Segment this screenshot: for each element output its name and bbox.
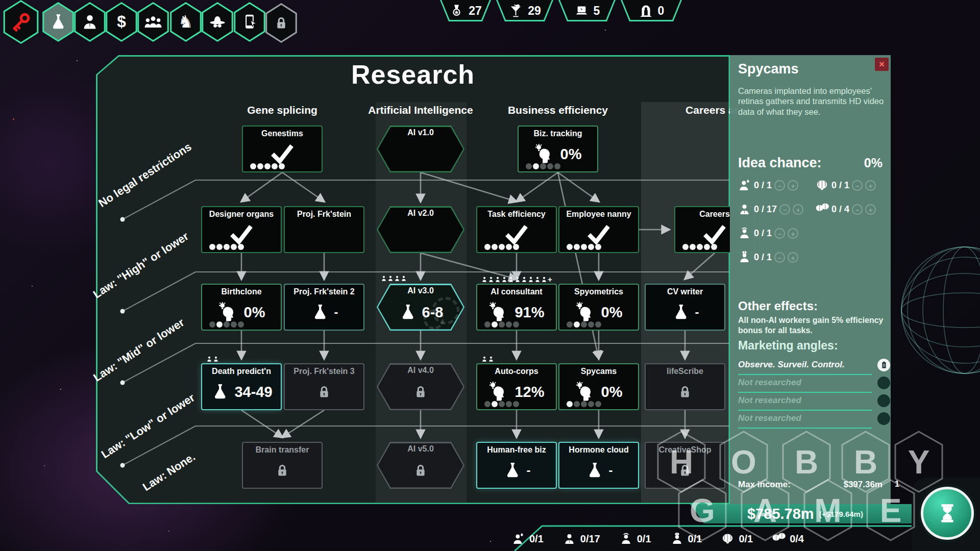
progress-pips [682, 244, 717, 250]
pip [492, 401, 498, 407]
increase-button[interactable]: + [865, 204, 876, 215]
pip [595, 321, 601, 328]
idea-chance: 0% [560, 146, 582, 163]
toolbar-tab-people[interactable] [135, 2, 171, 42]
increase-button[interactable]: + [793, 204, 803, 215]
research-node-ai_v3[interactable]: AI v3.06-8 [377, 284, 464, 331]
meeple-icon [528, 277, 534, 283]
research-node-spyometrics[interactable]: Spyometrics0% [558, 284, 639, 331]
star [490, 541, 491, 542]
locked-angle-icon[interactable] [877, 394, 890, 407]
worker-tie-icon [738, 203, 751, 216]
research-node-ai_v4[interactable]: AI v4.0 [377, 363, 464, 410]
research-node-proj_frk2[interactable]: Proj. Frk'stein 2- [284, 284, 364, 331]
decrease-button[interactable]: − [852, 180, 863, 191]
lock-icon [273, 14, 290, 32]
pip [513, 321, 519, 328]
key-icon [10, 11, 32, 33]
increase-button[interactable]: + [788, 252, 798, 263]
clipboard-icon[interactable] [877, 359, 890, 371]
worker-drop-icon [738, 179, 751, 192]
increase-button[interactable]: + [788, 228, 798, 239]
research-node-brain_transfer[interactable]: Brain transfer [242, 442, 323, 489]
pip [682, 244, 689, 250]
decrease-button[interactable]: − [779, 204, 790, 215]
worker-stat-brain: 0/1 [721, 532, 753, 546]
toolbar-tab-key[interactable] [1, 0, 41, 44]
close-icon[interactable]: × [875, 58, 889, 71]
node-title: AI v5.0 [377, 444, 464, 454]
research-node-biz_tracking[interactable]: Biz. tracking0% [518, 126, 598, 172]
research-node-proj_frk[interactable]: Proj. Frk'stein [284, 206, 364, 253]
flask-icon [503, 461, 522, 480]
decrease-button[interactable]: − [774, 228, 785, 239]
increase-button[interactable]: + [865, 180, 876, 191]
progress-pips [567, 244, 601, 250]
toolbar-tab-dollar[interactable]: $ [104, 2, 139, 42]
pip [224, 321, 230, 328]
node-title: Death predict'n [202, 367, 281, 376]
decrease-button[interactable]: − [774, 252, 785, 263]
locked-angle-icon[interactable] [877, 377, 890, 389]
max-income-row: Max income: $397.36m [738, 480, 883, 490]
research-node-auto_corps[interactable]: Auto-corps12% [476, 363, 557, 410]
research-node-designer_organs[interactable]: Designer organs [201, 206, 282, 253]
requirement-value: 0 / 1 [754, 228, 772, 239]
toolbar-tab-knight[interactable]: ♞ [168, 2, 204, 42]
stat-martini: 29 [496, 0, 553, 21]
research-node-cv_writer[interactable]: CV writer- [645, 284, 725, 331]
research-node-genestims[interactable]: Genestims [242, 126, 323, 172]
locked-angle-icon[interactable] [877, 412, 890, 425]
pip [499, 244, 505, 250]
idea-chance: 0% [601, 384, 623, 400]
toolbar-tab-flask[interactable] [40, 2, 76, 42]
research-node-proj_frk3[interactable]: Proj. Frk'stein 3 [284, 363, 364, 410]
requirement-value: 0 / 17 [754, 204, 777, 215]
meeple-icon [501, 277, 507, 283]
toolbar-tab-businessman[interactable] [72, 2, 108, 42]
toolbar-tab-lock[interactable] [263, 3, 299, 43]
pip [216, 244, 223, 250]
research-node-lifescribe[interactable]: lifeScribe [645, 363, 725, 410]
research-node-birthclone[interactable]: Birthclone0% [201, 284, 282, 331]
research-node-death_predict[interactable]: Death predict'n34-49 [201, 363, 282, 410]
research-node-ai_consultant[interactable]: +AI consultant91% [476, 284, 557, 331]
progress-pips [209, 244, 244, 250]
worker-stat-value: 0/1 [688, 533, 702, 545]
progress-pips [567, 321, 601, 328]
research-node-emp_nanny[interactable]: Employee nanny [558, 206, 639, 253]
pip [547, 163, 553, 169]
toolbar-tab-spy[interactable] [200, 2, 235, 42]
node-title: CV writer [646, 287, 724, 296]
decrease-button[interactable]: − [852, 204, 863, 215]
decrease-button[interactable]: − [774, 180, 785, 191]
research-node-ai_v2[interactable]: AI v2.0 [377, 206, 464, 253]
research-node-human_free[interactable]: Human-free biz- [476, 442, 557, 489]
research-node-hormone_cloud[interactable]: Hormone cloud- [558, 442, 639, 489]
increase-button[interactable]: + [788, 180, 798, 191]
stat-medal: 27 [440, 0, 491, 21]
spy-icon [208, 12, 227, 32]
node-body [646, 456, 724, 485]
node-title: Hormone cloud [559, 445, 638, 455]
research-node-ai_v5[interactable]: AI v5.0 [377, 442, 464, 489]
meeple-icon [387, 276, 394, 282]
martini-icon [508, 4, 523, 18]
progress-pips [526, 163, 560, 169]
star [60, 389, 61, 390]
research-node-spycams[interactable]: Spycams0% [558, 363, 639, 410]
marketing-angle-row: Not researched [738, 375, 872, 393]
hourglass-button[interactable] [921, 487, 974, 540]
node-title: Auto-corps [477, 367, 556, 376]
pip [492, 244, 498, 250]
pip [272, 163, 278, 169]
toolbar-tab-phone-tap[interactable] [232, 2, 267, 42]
pip [492, 321, 498, 328]
pip [581, 244, 587, 250]
pip [567, 401, 573, 407]
research-node-task_eff[interactable]: Task efficiency [476, 206, 557, 253]
research-node-creativeshop[interactable]: CreativeShop [645, 442, 725, 489]
detail-title: Spycams [738, 61, 799, 77]
research-node-ai_v1[interactable]: AI v1.0 [377, 126, 464, 172]
requirement-brain: 0 / 1 − + [815, 179, 876, 192]
